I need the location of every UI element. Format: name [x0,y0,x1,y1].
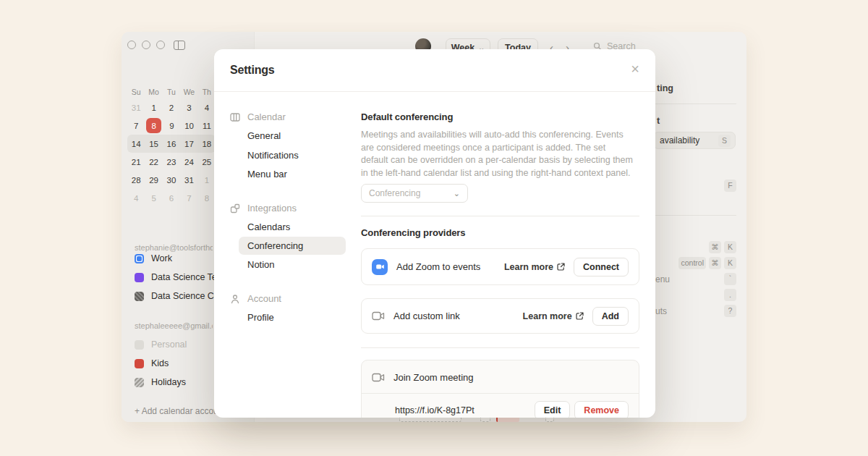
calendar-day[interactable]: 25 [198,153,216,171]
calendar-day[interactable]: 15 [145,135,162,153]
edit-button[interactable]: Edit [535,401,571,418]
remove-button[interactable]: Remove [574,401,629,418]
calendar-day[interactable]: 4 [127,189,145,207]
provider-card-zoom: Add Zoom to events Learn more Connect [361,248,639,285]
calendar-week-row: 21 22 23 24 25 [127,153,216,171]
calendar-list-item[interactable]: Work [135,253,172,263]
nav-section-label: Calendar [247,111,286,122]
calendar-list-item[interactable]: Personal [135,339,187,350]
sidebar-toggle-icon[interactable] [174,41,185,50]
calendar-day[interactable]: 23 [163,153,180,171]
calendar-day[interactable]: 30 [163,171,180,189]
shortcut-row: enu ` [655,273,736,285]
share-availability-button[interactable]: availability S [653,132,736,149]
availability-label: availability [660,135,699,145]
external-link-icon [576,312,584,320]
calendar-list-item[interactable]: Kids [135,358,169,368]
calendar-day[interactable]: 8 [198,189,216,207]
nav-item-notion[interactable]: Notion [247,259,275,270]
camera-icon [372,311,385,321]
key-badge: S [718,135,731,147]
calendar-color-icon [135,378,144,387]
nav-item-menu-bar[interactable]: Menu bar [247,169,287,180]
calendar-day[interactable]: 16 [163,135,180,153]
calendar-day[interactable]: 5 [145,189,162,207]
calendar-day[interactable]: 7 [127,117,145,135]
calendar-day[interactable]: 10 [181,117,198,135]
key-badge: control [678,257,706,269]
calendar-day[interactable]: 11 [198,117,216,135]
nav-section-account: Account [230,293,281,304]
add-calendar-account-button[interactable]: + Add calendar account [135,406,226,416]
calendar-list-item[interactable]: Data Science Core [135,291,227,301]
calendar-day[interactable]: 9 [163,117,180,135]
calendar-icon [230,112,240,122]
calendar-day[interactable]: 14 [127,135,145,153]
key-badge: F [724,180,736,192]
shortcut-row: ⌘ K [655,241,736,253]
key-badge: K [724,241,736,253]
connect-button[interactable]: Connect [574,258,629,276]
divider [214,91,655,92]
context-panel-subheader-fragment: t [657,116,660,126]
day-header: Mo [145,85,162,98]
learn-more-label: Learn more [523,311,572,321]
nav-item-notifications[interactable]: Notifications [247,150,299,161]
calendar-day[interactable]: 31 [180,171,197,189]
calendar-day[interactable]: 2 [163,98,180,117]
nav-section-label: Account [247,293,281,304]
calendar-day[interactable]: 6 [163,189,180,207]
link-url: https://f.io/K-8g17Pt [395,405,475,415]
calendar-list-item[interactable]: Holidays [135,377,186,387]
nav-item-profile[interactable]: Profile [247,312,274,323]
calendar-day[interactable]: 7 [180,189,197,207]
modal-title: Settings [230,64,275,77]
conferencing-select[interactable]: Conferencing ⌄ [361,184,468,203]
mini-calendar: Su Mo Tu We Th 31 1 2 3 4 7 8 9 10 11 [127,85,216,207]
calendar-day[interactable]: 29 [145,171,162,189]
calendar-color-icon [135,292,144,301]
provider-label: Add Zoom to events [396,261,480,272]
calendar-day[interactable]: 24 [180,153,197,171]
learn-more-link[interactable]: Learn more [523,311,584,321]
close-icon[interactable]: × [628,58,642,80]
key-badge: ? [724,305,736,317]
section-description: Meetings and availabilities will auto-ad… [361,129,634,180]
calendar-label: Personal [151,339,187,350]
shortcut-row: F [655,180,736,192]
window-close-button[interactable] [127,41,136,49]
calendar-day[interactable]: 18 [198,135,216,153]
provider-label: Add custom link [393,311,460,321]
custom-link-card: Join Zoom meeting https://f.io/K-8g17Pt … [361,360,639,418]
calendar-color-icon [135,340,144,350]
calendar-day[interactable]: 28 [127,171,145,189]
mini-calendar-headers: Su Mo Tu We Th [127,85,216,98]
calendar-day[interactable]: 1 [198,171,216,189]
calendar-day[interactable]: 22 [145,153,162,171]
account-email: stephaleeeee@gmail.com [135,321,213,330]
calendar-day-today[interactable]: 8 [145,117,163,135]
calendar-day[interactable]: 4 [198,98,216,117]
key-badge: K [724,257,736,269]
calendar-day[interactable]: 3 [180,98,197,117]
calendar-week-row: 31 1 2 3 4 [127,98,216,117]
settings-modal: Settings × Calendar General Notification… [214,49,655,418]
calendar-day[interactable]: 1 [145,98,162,117]
providers-heading: Conferencing providers [361,227,639,238]
calendar-day[interactable]: 21 [127,153,145,171]
nav-item-general[interactable]: General [247,130,281,141]
account-email: stephanie@toolsforthoug [135,243,213,252]
add-button[interactable]: Add [592,307,629,326]
window-minimize-button[interactable] [142,41,150,49]
nav-item-calendars[interactable]: Calendars [247,221,290,232]
shortcut-row: . [655,289,736,301]
calendar-day[interactable]: 17 [180,135,197,153]
nav-item-conferencing[interactable]: Conferencing [247,240,303,251]
window-zoom-button[interactable] [156,41,165,49]
calendar-day[interactable]: 31 [127,98,145,117]
calendar-selected-week-row: 14 15 16 17 18 [127,135,216,153]
select-placeholder: Conferencing [369,188,420,198]
nav-section-integrations: Integrations [230,203,297,214]
learn-more-link[interactable]: Learn more [504,262,565,272]
calendar-label: Kids [151,358,169,368]
